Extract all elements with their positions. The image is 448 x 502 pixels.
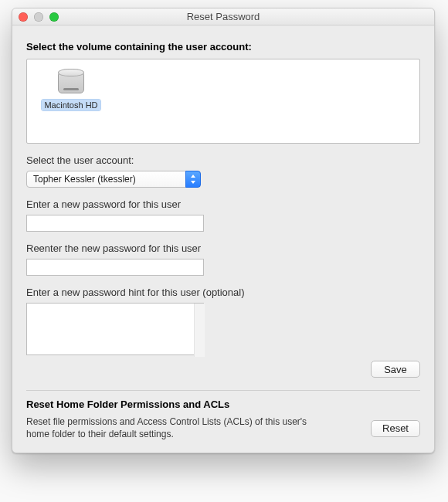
reset-button[interactable]: Reset (371, 420, 420, 437)
user-account-selected: Topher Kessler (tkessler) (26, 171, 201, 188)
window-content: Select the volume containing the user ac… (12, 25, 434, 453)
password-hint-field[interactable] (26, 303, 204, 355)
internal-disk-icon (56, 67, 87, 95)
user-account-select[interactable]: Topher Kessler (tkessler) (26, 171, 201, 188)
divider (26, 390, 420, 391)
titlebar: Reset Password (12, 8, 434, 25)
volume-list: Macintosh HD (26, 59, 420, 144)
reenter-password-label: Reenter the new password for this user (26, 243, 420, 254)
password-hint-label: Enter a new password hint for this user … (26, 287, 420, 298)
volume-item-macintosh-hd[interactable]: Macintosh HD (36, 66, 106, 110)
account-label: Select the user account: (26, 154, 420, 166)
chevrons-up-down-icon (185, 171, 201, 188)
reset-password-window: Reset Password Select the volume contain… (12, 8, 435, 453)
new-password-label: Enter a new password for this user (26, 198, 420, 210)
save-button[interactable]: Save (371, 361, 420, 378)
scrollbar[interactable] (194, 304, 205, 357)
new-password-field[interactable] (26, 215, 204, 232)
volume-heading: Select the volume containing the user ac… (26, 41, 420, 53)
acls-description: Reset file permissions and Access Contro… (26, 416, 320, 440)
volume-label: Macintosh HD (42, 100, 100, 110)
reenter-password-field[interactable] (26, 259, 204, 276)
window-title: Reset Password (12, 8, 434, 25)
acls-heading: Reset Home Folder Permissions and ACLs (26, 399, 420, 410)
